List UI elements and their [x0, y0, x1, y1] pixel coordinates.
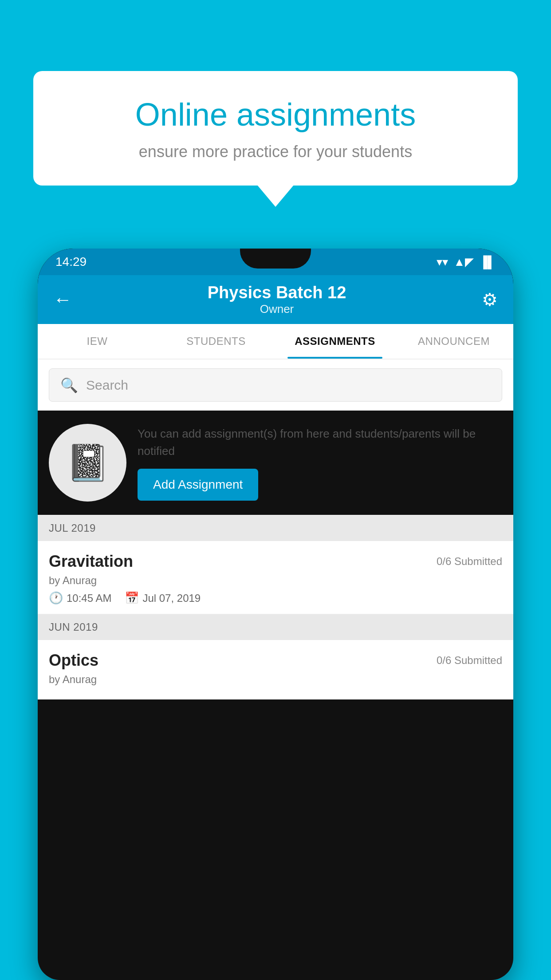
assignment-date-gravitation: Jul 07, 2019: [142, 592, 201, 605]
notebook-icon: 📓: [66, 442, 110, 484]
header-center: Physics Batch 12 Owner: [72, 283, 482, 316]
wifi-icon: ▾▾: [437, 255, 448, 269]
assignment-submitted-gravitation: 0/6 Submitted: [437, 555, 502, 568]
promo-text-section: You can add assignment(s) from here and …: [138, 425, 502, 501]
assignment-optics[interactable]: Optics 0/6 Submitted by Anurag: [38, 640, 513, 699]
battery-icon: ▐▌: [479, 255, 496, 269]
assignment-submitted-optics: 0/6 Submitted: [437, 654, 502, 667]
assignment-gravitation[interactable]: Gravitation 0/6 Submitted by Anurag 🕐 10…: [38, 541, 513, 614]
signal-icon: ▲◤: [453, 255, 474, 269]
promo-icon-circle: 📓: [49, 424, 126, 502]
section-header-jun: JUN 2019: [38, 614, 513, 640]
calendar-icon: 📅: [125, 591, 139, 605]
add-assignment-button[interactable]: Add Assignment: [138, 469, 258, 501]
tab-students[interactable]: STUDENTS: [157, 324, 276, 359]
tabs-bar: IEW STUDENTS ASSIGNMENTS ANNOUNCEM: [38, 324, 513, 360]
status-icons: ▾▾ ▲◤ ▐▌: [437, 255, 496, 269]
tab-announcements[interactable]: ANNOUNCEM: [394, 324, 513, 359]
date-info-gravitation: 📅 Jul 07, 2019: [125, 591, 201, 605]
assignment-row1-optics: Optics 0/6 Submitted: [49, 651, 502, 670]
assignment-meta-gravitation: 🕐 10:45 AM 📅 Jul 07, 2019: [49, 591, 502, 605]
speech-bubble-container: Online assignments ensure more practice …: [33, 71, 518, 186]
assignment-name-gravitation: Gravitation: [49, 552, 133, 571]
phone-screen: 🔍 Search 📓 You can add assignment(s) fro…: [38, 360, 513, 980]
section-header-jul: JUL 2019: [38, 515, 513, 541]
search-bar[interactable]: 🔍 Search: [49, 368, 502, 402]
batch-title: Physics Batch 12: [72, 283, 482, 302]
speech-bubble: Online assignments ensure more practice …: [33, 71, 518, 186]
app-header: ← Physics Batch 12 Owner ⚙: [38, 275, 513, 324]
tab-iew[interactable]: IEW: [38, 324, 157, 359]
bubble-subtitle: ensure more practice for your students: [60, 142, 491, 161]
assignment-by-gravitation: by Anurag: [49, 574, 502, 587]
promo-section: 📓 You can add assignment(s) from here an…: [38, 411, 513, 515]
assignment-time-gravitation: 10:45 AM: [67, 592, 111, 605]
assignment-name-optics: Optics: [49, 651, 98, 670]
search-icon: 🔍: [60, 377, 78, 394]
batch-subtitle: Owner: [72, 302, 482, 316]
phone-frame: 14:29 ▾▾ ▲◤ ▐▌ ← Physics Batch 12 Owner …: [38, 249, 513, 980]
search-bar-container: 🔍 Search: [38, 360, 513, 411]
back-button[interactable]: ←: [53, 289, 72, 310]
promo-description: You can add assignment(s) from here and …: [138, 425, 502, 460]
phone-notch: [240, 249, 311, 269]
clock-icon: 🕐: [49, 591, 63, 605]
assignment-row1: Gravitation 0/6 Submitted: [49, 552, 502, 571]
settings-button[interactable]: ⚙: [482, 289, 498, 310]
search-input-placeholder: Search: [86, 378, 128, 393]
status-time: 14:29: [55, 255, 87, 269]
assignment-by-optics: by Anurag: [49, 673, 502, 686]
tab-assignments[interactable]: ASSIGNMENTS: [276, 324, 394, 359]
bubble-title: Online assignments: [60, 95, 491, 134]
time-info-gravitation: 🕐 10:45 AM: [49, 591, 111, 605]
phone-inner: 14:29 ▾▾ ▲◤ ▐▌ ← Physics Batch 12 Owner …: [38, 249, 513, 980]
